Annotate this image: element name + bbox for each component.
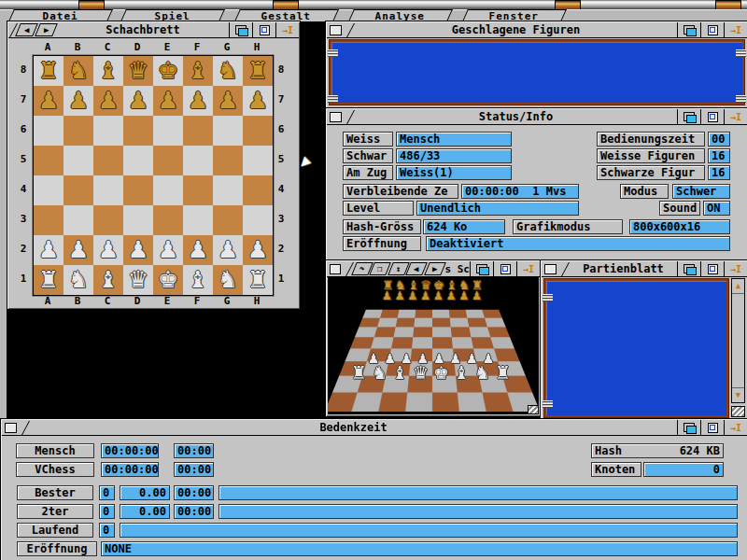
square-h5[interactable] (243, 146, 273, 175)
field-2ter-score[interactable]: 0.00 (120, 504, 170, 519)
view3d-titlebar[interactable]: ↷ ❒ ↕ ◀ ▶ s Sc →I (327, 261, 540, 277)
depth-gadget[interactable] (677, 420, 700, 435)
move-list-scrollbar[interactable]: ▲ ▼ (731, 278, 745, 403)
zoom-gadget[interactable] (252, 22, 275, 37)
field-weisse-figuren[interactable]: 16 (708, 148, 730, 163)
square-d6[interactable] (123, 116, 153, 146)
square-g1[interactable]: ♞ (213, 265, 243, 295)
scroll-up-button[interactable]: ▲ (732, 279, 744, 294)
square-h3[interactable] (243, 205, 273, 235)
field-hash-groesse[interactable]: 624 Ko (423, 219, 505, 234)
field-sound[interactable]: ON (703, 201, 730, 216)
iconify-gadget[interactable]: →I (724, 261, 747, 276)
field-bester-line[interactable] (218, 485, 738, 500)
square-h4[interactable] (243, 175, 273, 205)
square-h6[interactable] (243, 116, 273, 146)
square-c8[interactable]: ♝ (93, 56, 123, 86)
iconify-gadget[interactable]: →I (724, 109, 747, 124)
square-a5[interactable] (34, 146, 63, 175)
square-e7[interactable]: ♟ (153, 86, 183, 116)
square-e5[interactable] (153, 146, 183, 175)
square-a7[interactable]: ♟ (34, 86, 63, 116)
board-3d-view[interactable]: ♜♞♝♛♚♝♞♜ ♟♟♟♟♟♟♟♟ ♟♟♟♟♟♟♟♟ ♜♞♝♛♚♝♞♜ (328, 276, 539, 414)
field-knoten[interactable]: 0 (643, 462, 724, 477)
depth-gadget[interactable] (677, 109, 700, 124)
iconify-gadget[interactable]: →I (724, 420, 747, 435)
depth-gadget[interactable] (470, 261, 493, 276)
square-e4[interactable] (153, 175, 183, 205)
zoom-gadget[interactable] (493, 261, 516, 276)
field-2ter-n[interactable]: 0 (99, 504, 115, 519)
square-c2[interactable]: ♟ (93, 235, 123, 265)
square-g7[interactable]: ♟ (213, 86, 243, 116)
square-e6[interactable] (153, 116, 183, 146)
square-a2[interactable]: ♟ (34, 235, 63, 265)
square-f1[interactable]: ♝ (183, 265, 213, 295)
square-a8[interactable]: ♜ (34, 56, 63, 86)
resize-grip[interactable] (731, 406, 745, 417)
board-next-button[interactable]: ▶ (35, 23, 58, 36)
field-bester-n[interactable]: 0 (99, 485, 115, 500)
field-mensch-time2[interactable]: 00:00 (174, 443, 214, 458)
square-b7[interactable]: ♟ (63, 86, 93, 116)
square-g4[interactable] (213, 175, 243, 205)
square-h7[interactable]: ♟ (243, 86, 273, 116)
window-gadget[interactable] (330, 264, 341, 274)
square-c6[interactable] (93, 116, 123, 146)
depth-gadget[interactable] (677, 22, 700, 37)
square-c7[interactable]: ♟ (93, 86, 123, 116)
square-a4[interactable] (34, 175, 63, 205)
depth-gadget[interactable] (229, 22, 252, 37)
field-schwarz[interactable]: 486/33 (396, 148, 512, 163)
square-a6[interactable] (34, 116, 63, 146)
window-gadget[interactable] (544, 264, 557, 274)
window-gadget[interactable] (5, 423, 17, 433)
square-d4[interactable] (123, 175, 153, 205)
square-b8[interactable]: ♞ (63, 56, 93, 86)
square-e3[interactable] (153, 205, 183, 235)
zoom-gadget[interactable] (700, 261, 724, 276)
field-2ter-line[interactable] (218, 504, 738, 519)
square-h1[interactable]: ♜ (243, 265, 273, 295)
field-eroeffnung[interactable]: Deaktiviert (426, 236, 730, 251)
field-weiss[interactable]: Mensch (396, 132, 512, 147)
zoom-gadget[interactable] (700, 22, 724, 37)
iconify-gadget[interactable]: →I (275, 22, 299, 37)
square-f6[interactable] (183, 116, 213, 146)
field-bester-score[interactable]: 0.00 (120, 485, 170, 500)
square-c3[interactable] (93, 205, 123, 235)
square-b2[interactable]: ♟ (63, 235, 93, 265)
square-b3[interactable] (63, 205, 93, 235)
square-b6[interactable] (63, 116, 93, 146)
depth-gadget[interactable] (677, 261, 700, 276)
square-a3[interactable] (34, 205, 63, 235)
square-d8[interactable]: ♛ (123, 56, 153, 86)
geschlagene-titlebar[interactable]: Geschlagene Figuren →I (327, 22, 747, 38)
square-g2[interactable]: ♟ (213, 235, 243, 265)
square-d1[interactable]: ♛ (123, 265, 153, 295)
square-b5[interactable] (63, 146, 93, 175)
field-modus[interactable]: Schwer (672, 184, 730, 199)
field-eroeffnung-row[interactable]: NONE (101, 541, 738, 556)
partienblatt-titlebar[interactable]: Partienblatt →I (542, 261, 747, 277)
field-am-zug[interactable]: Weiss(1) (396, 165, 512, 180)
bedenkzeit-titlebar[interactable]: Bedenkzeit →I (2, 420, 747, 436)
zoom-gadget[interactable] (700, 420, 724, 435)
field-bester-time[interactable]: 00:00 (174, 485, 214, 500)
field-schwarze-figuren[interactable]: 16 (708, 165, 730, 180)
square-e1[interactable]: ♚ (153, 265, 183, 295)
field-mensch-time[interactable]: 00:00:00 (101, 443, 159, 458)
scroll-down-button[interactable]: ▼ (732, 387, 744, 402)
square-f2[interactable]: ♟ (183, 235, 213, 265)
square-c1[interactable]: ♝ (93, 265, 123, 295)
square-f8[interactable]: ♝ (183, 56, 213, 86)
field-verbleibende-zeit[interactable]: 00:00:00 1 Mvs (461, 184, 579, 199)
window-gadget[interactable] (330, 25, 342, 35)
field-2ter-time[interactable]: 00:00 (174, 504, 214, 519)
field-bedienungszeit[interactable]: 00 (708, 132, 730, 147)
square-e8[interactable]: ♚ (153, 56, 183, 86)
square-g3[interactable] (213, 205, 243, 235)
square-a1[interactable]: ♜ (34, 265, 63, 295)
square-d5[interactable] (123, 146, 153, 175)
field-level[interactable]: Unendlich (416, 201, 579, 216)
